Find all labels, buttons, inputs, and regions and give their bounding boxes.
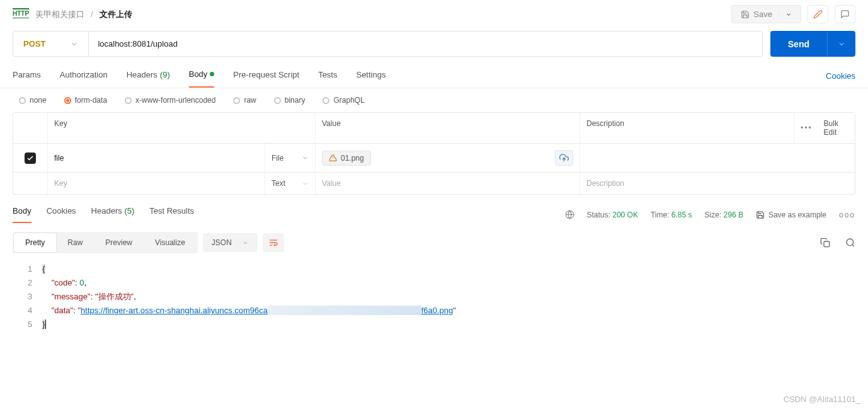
tab-tests[interactable]: Tests [318,64,337,88]
save-label: Save [753,9,772,19]
more-icon[interactable]: ooo [839,210,855,219]
view-pretty[interactable]: Pretty [14,233,56,252]
response-toolbar: Pretty Raw Preview Visualize JSON [0,228,868,260]
wrap-icon [268,238,278,248]
row-checkbox[interactable] [25,153,36,164]
pencil-icon [813,9,823,19]
upload-button[interactable] [555,150,573,166]
tab-params[interactable]: Params [13,64,41,88]
more-icon[interactable]: ••• [801,124,813,132]
comment-button[interactable] [835,5,855,23]
http-badge: HTTP [13,10,29,18]
cookies-link[interactable]: Cookies [826,66,855,86]
tab-authorization[interactable]: Authorization [60,64,108,88]
radio-none[interactable]: none [19,96,47,105]
resp-tab-cookies[interactable]: Cookies [47,206,76,223]
breadcrumb-current: 文件上传 [100,9,132,20]
header-actions: Save [731,5,855,23]
url-bar: POST Send [13,31,855,57]
method-label: POST [23,39,45,49]
table-row: file File 01.png [13,144,855,173]
table-row-placeholder: Key Text Value Description [13,173,855,194]
tab-settings[interactable]: Settings [356,64,385,88]
save-icon [741,10,750,19]
tab-headers[interactable]: Headers (9) [127,64,170,88]
chevron-down-icon [302,180,309,187]
th-value: Value [316,113,580,143]
dot-indicator-icon [210,72,214,76]
copy-icon[interactable] [820,238,830,248]
view-segment: Pretty Raw Preview Visualize [13,232,198,253]
send-button[interactable]: Send [770,31,855,57]
svg-line-8 [852,245,854,246]
radio-form-data[interactable]: form-data [64,96,107,105]
send-caret-icon[interactable] [827,33,855,55]
response-meta: Status: 200 OK Time: 6.85 s Size: 296 B … [565,210,856,219]
response-bar: Body Cookies Headers (5) Test Results St… [0,195,868,228]
chevron-down-icon [242,239,249,246]
url-input[interactable] [89,32,762,56]
search-icon[interactable] [845,238,855,248]
save-icon [756,210,765,219]
file-chip[interactable]: 01.png [322,151,371,166]
format-select[interactable]: JSON [203,233,258,252]
body-type-radios: none form-data x-www-form-urlencoded raw… [0,88,868,112]
breadcrumb-parent[interactable]: 美甲相关接口 [35,9,84,20]
file-name: 01.png [341,154,364,163]
table-header: Key Value Description ••• Bulk Edit [13,113,855,144]
radio-graphql[interactable]: GraphQL [323,96,364,105]
resp-tab-body[interactable]: Body [13,206,31,223]
value-placeholder[interactable]: Value [316,173,580,194]
chevron-down-icon [71,40,78,48]
comment-icon [840,9,850,19]
breadcrumb: HTTP 美甲相关接口 / 文件上传 [13,9,132,20]
view-visualize[interactable]: Visualize [144,233,197,252]
key-placeholder[interactable]: Key [48,173,265,194]
tab-body[interactable]: Body [189,64,215,88]
warning-icon [329,154,337,162]
radio-raw[interactable]: raw [233,96,256,105]
type-select[interactable]: File [271,154,309,163]
view-preview[interactable]: Preview [94,233,144,252]
wrap-button[interactable] [263,233,284,252]
th-key: Key [48,113,316,143]
radio-binary[interactable]: binary [274,96,306,105]
description-input[interactable] [580,144,857,172]
key-input[interactable]: file [48,144,265,172]
send-label: Send [770,32,827,57]
upload-icon [559,153,569,163]
type-placeholder[interactable]: Text [271,179,309,188]
svg-point-7 [847,239,854,246]
check-icon [26,154,34,162]
resp-tab-testresults[interactable]: Test Results [149,206,194,223]
radio-xwww[interactable]: x-www-form-urlencoded [125,96,215,105]
view-raw[interactable]: Raw [56,233,94,252]
save-caret-icon[interactable] [779,11,792,18]
method-select[interactable]: POST [13,32,89,56]
request-tabs: Params Authorization Headers (9) Body Pr… [0,64,868,88]
tab-prerequest[interactable]: Pre-request Script [233,64,299,88]
method-url-container: POST [13,31,763,57]
breadcrumb-separator: / [91,9,93,19]
resp-tab-headers[interactable]: Headers (5) [91,206,135,223]
save-button[interactable]: Save [731,5,801,23]
globe-icon[interactable] [565,210,574,219]
svg-rect-6 [824,241,830,247]
chevron-down-icon [302,154,309,161]
response-body-code[interactable]: 12345 { "code": 0, "message": "操作成功", "d… [0,260,868,334]
watermark: CSDN @Alita11101_ [784,395,860,404]
formdata-table: Key Value Description ••• Bulk Edit file… [13,112,855,195]
bulk-edit-link[interactable]: Bulk Edit [824,119,850,137]
desc-placeholder[interactable]: Description [580,173,857,194]
line-gutter: 12345 [13,260,42,334]
header: HTTP 美甲相关接口 / 文件上传 Save [0,0,868,28]
th-description: Description [580,113,794,143]
save-as-example[interactable]: Save as example [756,210,826,219]
response-tabs: Body Cookies Headers (5) Test Results [13,206,194,223]
edit-button[interactable] [808,5,828,23]
